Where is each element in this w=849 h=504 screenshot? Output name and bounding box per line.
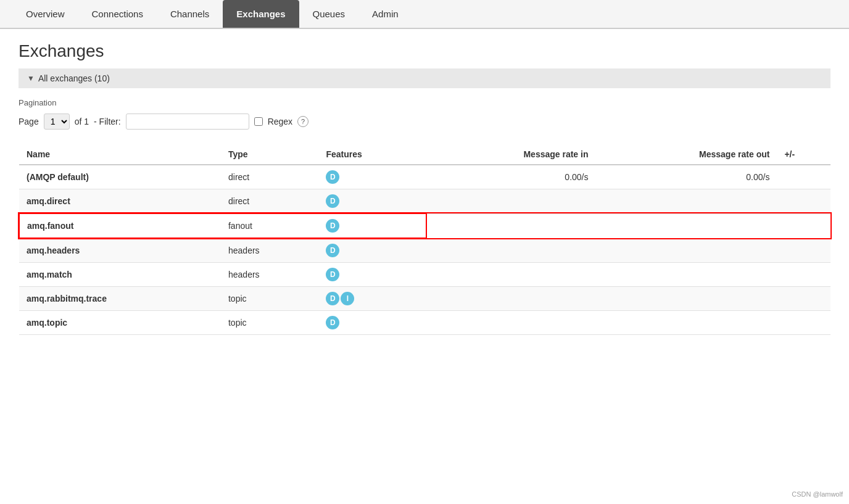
cell-name: amq.topic: [19, 311, 221, 335]
table-row[interactable]: amq.fanoutfanoutD: [19, 213, 830, 238]
cell-name: amq.fanout: [19, 213, 221, 238]
cell-msg-rate-in: 0.00/s: [426, 165, 595, 189]
nav-item-connections[interactable]: Connections: [78, 0, 157, 28]
cell-plus-minus: [777, 213, 830, 238]
of-text: of 1: [75, 117, 89, 126]
cell-plus-minus: [777, 189, 830, 214]
collapse-arrow[interactable]: ▼: [27, 74, 35, 83]
col-msg-rate-out: Message rate out: [596, 144, 777, 165]
cell-msg-rate-in: [426, 287, 595, 311]
table-row[interactable]: amq.matchheadersD: [19, 263, 830, 287]
table-row[interactable]: amq.rabbitmq.tracetopicDI: [19, 287, 830, 311]
cell-type: headers: [221, 263, 318, 287]
cell-msg-rate-in: [426, 263, 595, 287]
cell-plus-minus: [777, 263, 830, 287]
regex-checkbox[interactable]: [254, 117, 263, 126]
pagination-row: Page 1 of 1 - Filter: Regex ?: [19, 114, 830, 130]
cell-msg-rate-out: [596, 287, 777, 311]
cell-plus-minus: [777, 165, 830, 189]
cell-features: D: [318, 213, 426, 238]
cell-type: headers: [221, 238, 318, 263]
nav-item-queues[interactable]: Queues: [299, 0, 359, 28]
cell-msg-rate-out: [596, 213, 777, 238]
cell-name: amq.match: [19, 263, 221, 287]
col-plus-minus: +/-: [777, 144, 830, 165]
feature-badge: D: [326, 292, 339, 305]
nav-item-admin[interactable]: Admin: [358, 0, 412, 28]
feature-badge: D: [326, 219, 339, 233]
cell-features: D: [318, 263, 426, 287]
col-features: Features: [318, 144, 426, 165]
feature-badge: D: [326, 268, 339, 281]
cell-msg-rate-in: [426, 311, 595, 335]
nav-item-channels[interactable]: Channels: [157, 0, 223, 28]
cell-features: D: [318, 311, 426, 335]
cell-msg-rate-in: [426, 238, 595, 263]
pagination-label: Pagination: [19, 98, 830, 107]
top-navigation: OverviewConnectionsChannelsExchangesQueu…: [0, 0, 849, 29]
cell-msg-rate-in: [426, 189, 595, 214]
cell-features: DI: [318, 287, 426, 311]
page-title: Exchanges: [19, 41, 830, 61]
cell-msg-rate-out: [596, 238, 777, 263]
cell-msg-rate-out: [596, 189, 777, 214]
table-body: (AMQP default)directD0.00/s0.00/samq.dir…: [19, 165, 830, 335]
nav-item-overview[interactable]: Overview: [12, 0, 78, 28]
table-row[interactable]: amq.topictopicD: [19, 311, 830, 335]
cell-type: direct: [221, 165, 318, 189]
cell-type: direct: [221, 189, 318, 214]
exchanges-table: Name Type Features Message rate in Messa…: [19, 144, 830, 335]
cell-name: (AMQP default): [19, 165, 221, 189]
cell-msg-rate-in: [426, 213, 595, 238]
cell-features: D: [318, 238, 426, 263]
filter-label: - Filter:: [94, 117, 121, 126]
nav-item-exchanges[interactable]: Exchanges: [223, 0, 299, 28]
help-icon[interactable]: ?: [297, 116, 309, 127]
cell-plus-minus: [777, 238, 830, 263]
cell-msg-rate-out: [596, 311, 777, 335]
feature-badge: D: [326, 244, 339, 257]
section-header: ▼ All exchanges (10): [19, 68, 830, 88]
cell-plus-minus: [777, 287, 830, 311]
cell-features: D: [318, 189, 426, 214]
cell-name: amq.direct: [19, 189, 221, 214]
page-select[interactable]: 1: [44, 114, 70, 130]
feature-badge: I: [341, 292, 354, 305]
feature-badge: D: [326, 316, 339, 329]
cell-plus-minus: [777, 311, 830, 335]
cell-type: topic: [221, 287, 318, 311]
feature-badge: D: [326, 170, 339, 184]
page-label: Page: [19, 117, 39, 126]
regex-label: Regex: [268, 117, 292, 126]
feature-badge: D: [326, 194, 339, 208]
filter-input[interactable]: [126, 114, 249, 130]
main-content: Exchanges ▼ All exchanges (10) Paginatio…: [0, 29, 849, 347]
header-row: Name Type Features Message rate in Messa…: [19, 144, 830, 165]
section-label: All exchanges (10): [38, 73, 110, 83]
cell-name: amq.headers: [19, 238, 221, 263]
table-row[interactable]: (AMQP default)directD0.00/s0.00/s: [19, 165, 830, 189]
col-name: Name: [19, 144, 221, 165]
cell-msg-rate-out: 0.00/s: [596, 165, 777, 189]
cell-features: D: [318, 165, 426, 189]
cell-msg-rate-out: [596, 263, 777, 287]
col-type: Type: [221, 144, 318, 165]
cell-type: fanout: [221, 213, 318, 238]
cell-name: amq.rabbitmq.trace: [19, 287, 221, 311]
table-row[interactable]: amq.directdirectD: [19, 189, 830, 214]
table-header: Name Type Features Message rate in Messa…: [19, 144, 830, 165]
col-msg-rate-in: Message rate in: [426, 144, 595, 165]
table-row[interactable]: amq.headersheadersD: [19, 238, 830, 263]
cell-type: topic: [221, 311, 318, 335]
